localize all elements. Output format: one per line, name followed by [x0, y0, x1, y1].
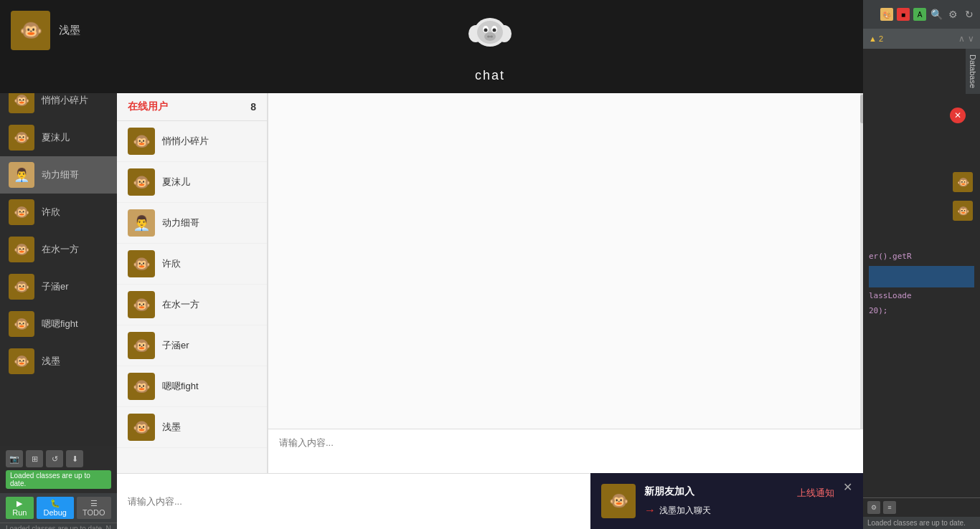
user-list-item[interactable]: 🐵 嗯嗯fight	[117, 366, 267, 407]
chat-logo-text: chat	[475, 68, 505, 83]
chat-header: 🐵 浅墨 chat ✕	[0, 0, 980, 93]
run-button[interactable]: ▶ Run	[6, 497, 34, 519]
ide-update-icon[interactable]: ↻	[963, 8, 976, 21]
sidebar-user-name: 子涵er	[42, 280, 69, 293]
status-badge: Loaded classes are up to date.	[6, 470, 111, 489]
bottom-status-text: Loaded classes are up to date. N	[0, 523, 117, 529]
sidebar-user-item[interactable]: 🐵 许欣	[0, 194, 117, 231]
run-debug-row: ▶ Run 🐛 Debug ☰ TODO	[0, 493, 117, 523]
todo-button[interactable]: ☰ TODO	[77, 497, 111, 519]
sidebar-user-avatar: 🐵	[9, 125, 34, 151]
ide-status-text: Loaded classes are up to date.	[863, 517, 980, 529]
toolbar-icons-row: 📷 ⊞ ↺ ⬇	[6, 450, 111, 467]
notification-popup: 🐵 新朋友加入 上线通知 → 浅墨加入聊天 ✕	[590, 473, 863, 529]
user-list-item[interactable]: 🐵 在水一方	[117, 285, 267, 325]
chat-logo: chat	[461, 7, 519, 83]
notification-close-button[interactable]: ✕	[843, 480, 852, 494]
notification-title: 新朋友加入	[644, 485, 694, 498]
bottom-input-area	[117, 473, 651, 529]
sidebar-user-name: 浅墨	[42, 355, 60, 368]
user-list-name: 嗯嗯fight	[162, 380, 199, 393]
user-list-avatar: 🐵	[128, 373, 155, 400]
chat-header-avatar: 🐵	[11, 11, 50, 50]
sidebar-user-avatar: 🐵	[9, 348, 34, 374]
user-list-name: 夏沫儿	[162, 176, 190, 189]
right-ide-panel: 🎨 ■ A 🔍 ⚙ ↻ ▲ 2 ∧ ∨ Database ✕ 🐵 🐵 er().…	[863, 0, 980, 529]
ide-user-icons: 🐵 🐵	[953, 172, 973, 221]
user-list-item[interactable]: 🐵 许欣	[117, 244, 267, 285]
user-list-label: 在线用户	[128, 100, 168, 113]
download-icon[interactable]: ⬇	[66, 450, 83, 467]
sidebar-user-item[interactable]: 🐵 夏沫儿	[0, 119, 117, 156]
ide-chevron-up-icon[interactable]: ∧	[958, 34, 965, 44]
user-list-item[interactable]: 🐵 夏沫儿	[117, 162, 267, 203]
sidebar-user-name: 夏沫儿	[42, 131, 70, 144]
user-list-avatar: 🐵	[128, 168, 155, 196]
sidebar-user-item[interactable]: 🐵 在水一方	[0, 231, 117, 268]
sidebar-user-avatar: 🐵	[9, 237, 34, 262]
user-list-item[interactable]: 🐵 悄悄小碎片	[117, 121, 267, 162]
ide-tool-icon-1[interactable]: 🎨	[880, 8, 893, 21]
database-tab[interactable]: Database	[966, 49, 980, 94]
notification-arrow-icon: →	[644, 504, 656, 517]
ide-settings-icon[interactable]: ⚙	[867, 501, 880, 514]
chat-logo-icon	[461, 7, 519, 65]
svg-point-6	[484, 29, 488, 32]
sidebar-user-item[interactable]: 👨‍💼 动力细哥	[0, 156, 117, 194]
ide-code-area: er().getR lassLoade 20);	[863, 244, 980, 325]
notification-avatar: 🐵	[601, 484, 636, 518]
svg-point-7	[493, 29, 496, 32]
user-list-name: 子涵er	[162, 339, 189, 352]
user-list-count: 8	[250, 101, 256, 113]
camera-icon[interactable]: 📷	[6, 450, 23, 467]
bottom-toolbar: 📷 ⊞ ↺ ⬇ Loaded classes are up to date.	[0, 446, 117, 493]
notification-subtitle: → 浅墨加入聊天	[644, 504, 834, 517]
user-list-avatar: 🐵	[128, 250, 155, 277]
ide-chevron-down-icon[interactable]: ∨	[968, 34, 974, 44]
ide-code-line-3: 20);	[869, 304, 974, 319]
ide-toolbar: 🎨 ■ A 🔍 ⚙ ↻	[863, 0, 980, 29]
notification-message: 浅墨加入聊天	[659, 505, 711, 517]
ide-warning-controls: ∧ ∨	[958, 34, 974, 44]
sidebar-user-item[interactable]: 🐵 浅墨	[0, 343, 117, 380]
ide-code-line-1: er().getR	[869, 249, 974, 264]
layout-icon[interactable]: ⊞	[26, 450, 43, 467]
chat-monkey-svg	[465, 11, 515, 61]
user-list-item[interactable]: 🐵 浅墨	[117, 407, 267, 448]
notification-content: 新朋友加入 上线通知 → 浅墨加入聊天	[644, 485, 834, 517]
user-list-items: 🐵 悄悄小碎片 🐵 夏沫儿 👨‍💼 动力细哥 🐵 许欣 🐵 在水一方	[117, 121, 267, 529]
ide-warning-text: ▲ 2	[869, 34, 883, 43]
ide-close-button[interactable]: ✕	[950, 108, 966, 123]
ide-code-line-2: lassLoade	[869, 289, 974, 304]
svg-point-10	[490, 36, 493, 38]
sidebar-user-name: 许欣	[42, 206, 60, 219]
sidebar-user-name: 悄悄小碎片	[42, 94, 88, 107]
user-list-name: 许欣	[162, 257, 181, 270]
chat-messages-area[interactable]	[268, 93, 870, 429]
sidebar-user-avatar: 🐵	[9, 274, 34, 300]
ide-gear-icon[interactable]: ⚙	[946, 8, 959, 21]
ide-tool-icon-3[interactable]: A	[913, 8, 926, 21]
sidebar-user-name: 动力细哥	[42, 168, 79, 181]
user-list-item[interactable]: 👨‍💼 动力细哥	[117, 203, 267, 244]
sidebar-user-item[interactable]: 🐵 子涵er	[0, 268, 117, 305]
ide-layout-icon[interactable]: ≡	[883, 501, 896, 514]
sidebar-user-item[interactable]: 🐵 嗯嗯fight	[0, 305, 117, 343]
ide-mini-avatar-1: 🐵	[953, 172, 973, 192]
sidebar-user-list: 🐵 悄悄小碎片 🐵 夏沫儿 👨‍💼 动力细哥 🐵 许欣 🐵 在水一方	[0, 82, 117, 501]
chat-header-name: 浅墨	[59, 24, 80, 37]
ide-highlight-bar	[869, 266, 974, 287]
svg-point-9	[487, 36, 490, 38]
user-list-avatar: 🐵	[128, 414, 155, 441]
refresh-icon[interactable]: ↺	[46, 450, 63, 467]
ide-tool-icon-2[interactable]: ■	[897, 8, 910, 21]
bottom-input-field[interactable]	[128, 496, 641, 507]
ide-search-icon[interactable]: 🔍	[930, 8, 943, 21]
user-list-item[interactable]: 🐵 子涵er	[117, 325, 267, 366]
sidebar-user-avatar: 🐵	[9, 199, 34, 225]
user-list-avatar: 🐵	[128, 291, 155, 318]
sidebar-user-name: 在水一方	[42, 243, 79, 256]
user-list-header: 在线用户 8	[117, 93, 267, 121]
user-list-name: 在水一方	[162, 298, 199, 311]
debug-button[interactable]: 🐛 Debug	[37, 497, 74, 519]
